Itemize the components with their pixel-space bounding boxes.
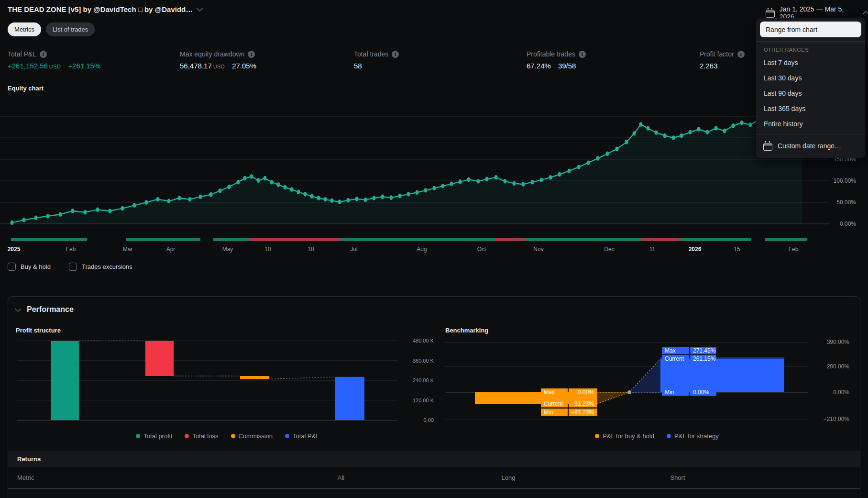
checkbox-box[interactable] <box>69 263 77 271</box>
returns-header-long: Long <box>502 474 516 481</box>
checkbox-trades-excursions[interactable]: Trades excursions <box>69 263 132 271</box>
info-icon[interactable]: i <box>40 51 47 58</box>
calendar-icon <box>763 143 772 151</box>
legend-p-l-for-strategy[interactable]: P&L for strategy <box>667 432 719 440</box>
stat-value: 2.263 <box>700 62 745 70</box>
svg-text:Current: Current <box>665 355 684 362</box>
svg-text:240.00 K: 240.00 K <box>413 377 434 383</box>
stat-profit-factor: Profit factori2.263 <box>700 50 745 70</box>
returns-table-header: MetricAllLongShort <box>8 467 860 489</box>
profit-structure-title: Profit structure <box>16 327 61 334</box>
winning-period-segment <box>341 238 496 241</box>
x-axis-label: Aug <box>417 246 427 253</box>
equity-chart-label: Equity chart <box>8 85 44 92</box>
x-axis-label: 18 <box>308 246 314 253</box>
stat-profitable-trades: Profitable tradesi67.24%39/58 <box>527 50 586 70</box>
svg-text:Max: Max <box>544 389 555 396</box>
performance-panel: Performance Profit structure Benchmarkin… <box>8 296 860 498</box>
tab-list-of-trades[interactable]: List of trades <box>46 22 95 36</box>
x-axis-label: May <box>222 246 233 253</box>
info-icon[interactable]: i <box>392 51 399 58</box>
info-icon[interactable]: i <box>248 51 255 58</box>
collapse-chevron-icon <box>15 306 21 312</box>
info-icon[interactable]: i <box>579 51 586 58</box>
menu-section-label: OTHER RANGES <box>756 42 865 55</box>
menu-item-last-7-days[interactable]: Last 7 days <box>756 55 865 70</box>
benchmarking-legend: P&L for buy & holdP&L for strategy <box>445 432 868 440</box>
menu-item-last-90-days[interactable]: Last 90 days <box>756 86 865 101</box>
tab-metrics[interactable]: Metrics <box>8 22 41 36</box>
benchmarking-title: Benchmarking <box>445 327 488 334</box>
menu-item-entire-history[interactable]: Entire history <box>756 116 865 132</box>
checkbox-box[interactable] <box>8 263 16 271</box>
strategy-tester-page: THE DEAD ZONE [v5] by @DavidTech □ by @D… <box>0 0 868 498</box>
legend-dot <box>285 434 289 438</box>
losing-period-segment <box>496 238 525 241</box>
checkbox-buy-hold[interactable]: Buy & hold <box>8 263 51 271</box>
calendar-icon <box>766 10 775 18</box>
x-axis-label: 2025 <box>8 246 21 253</box>
svg-text:480.00 K: 480.00 K <box>413 338 434 343</box>
returns-section-header: Returns <box>8 451 860 467</box>
svg-text:271.45%: 271.45% <box>693 347 716 354</box>
svg-text:0.00: 0.00 <box>424 417 434 423</box>
x-axis-label: Jul <box>350 246 357 253</box>
stat-value: 67.24%39/58 <box>527 62 586 70</box>
stat-label: Total tradesi <box>354 50 399 58</box>
svg-text:0.00%: 0.00% <box>693 389 709 396</box>
stat-value: 56,478.17USD27.05% <box>180 62 256 70</box>
stat-label: Profitable tradesi <box>527 50 586 58</box>
menu-item-custom-date-range[interactable]: Custom date range… <box>756 136 865 155</box>
x-axis-label: Dec <box>604 246 614 253</box>
winning-period-segment <box>213 238 249 241</box>
menu-item-range-from-chart[interactable]: Range from chart <box>760 22 861 37</box>
stat-total-p-l: Total P&Li+261,152.56USD+261.15% <box>8 50 100 70</box>
svg-text:0.00%: 0.00% <box>840 221 856 227</box>
svg-text:261.15%: 261.15% <box>693 355 716 362</box>
stat-label: Profit factori <box>700 50 745 58</box>
performance-title: Performance <box>27 305 74 314</box>
svg-text:Min: Min <box>544 409 553 416</box>
stat-label: Total P&Li <box>8 50 100 58</box>
returns-header-all: All <box>338 474 344 481</box>
x-axis-label: Feb <box>789 246 799 253</box>
performance-header[interactable]: Performance <box>16 305 74 314</box>
svg-text:Max: Max <box>665 347 676 354</box>
svg-text:200.00%: 200.00% <box>827 363 850 370</box>
strategy-title[interactable]: THE DEAD ZONE [v5] by @DavidTech □ by @D… <box>8 5 202 13</box>
menu-item-last-30-days[interactable]: Last 30 days <box>756 70 865 86</box>
svg-text:Min: Min <box>665 389 674 396</box>
table-row: Initial capital100,000.00USD <box>8 493 860 498</box>
legend-dot <box>595 434 599 438</box>
winning-period-segment <box>525 238 641 241</box>
legend-total-loss[interactable]: Total loss <box>185 432 218 440</box>
svg-text:Current: Current <box>544 400 563 407</box>
legend-total-p-l[interactable]: Total P&L <box>285 432 319 440</box>
profit-structure-chart[interactable]: 480.00 K360.00 K240.00 K120.00 K0.00 <box>15 337 440 430</box>
profit-structure-legend: Total profitTotal lossCommissionTotal P&… <box>15 432 440 440</box>
svg-text:−91.23%: −91.23% <box>571 409 594 416</box>
svg-text:100.00%: 100.00% <box>834 177 857 184</box>
x-axis-label: 2026 <box>689 246 702 253</box>
view-tabs: MetricsList of trades <box>8 22 95 36</box>
info-icon[interactable]: i <box>737 51 745 58</box>
strategy-title-text: THE DEAD ZONE [v5] by @DavidTech □ by @D… <box>8 5 193 13</box>
legend-total-profit[interactable]: Total profit <box>136 432 172 440</box>
chevron-up-icon <box>863 11 868 17</box>
menu-item-last-365-days[interactable]: Last 365 days <box>756 101 865 116</box>
legend-commission[interactable]: Commission <box>231 432 273 440</box>
legend-p-l-for-buy-hold[interactable]: P&L for buy & hold <box>595 432 654 440</box>
equity-chart[interactable]: 150.00%100.00%50.00%0.00% <box>0 96 868 227</box>
winning-period-segment <box>11 238 87 241</box>
x-axis-label: Mar <box>123 246 133 253</box>
x-axis-label: Oct <box>477 246 486 253</box>
x-axis-label: Feb <box>66 246 76 253</box>
stat-value: 58 <box>354 62 399 70</box>
legend-dot <box>185 434 189 438</box>
svg-text:−91.23%: −91.23% <box>571 400 594 407</box>
svg-text:50.00%: 50.00% <box>836 199 856 206</box>
losing-period-segment <box>249 238 341 241</box>
benchmarking-chart[interactable]: 390.00%200.00%0.00%−210.00%Max0.00%Curre… <box>445 337 868 430</box>
menu-divider <box>756 134 865 134</box>
svg-text:0.00%: 0.00% <box>578 389 594 396</box>
